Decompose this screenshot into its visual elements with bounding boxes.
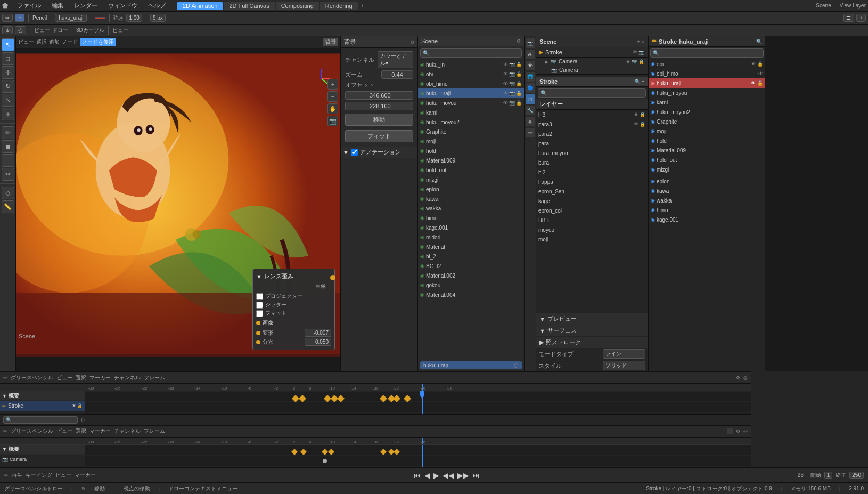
rop-search-icon[interactable]: 🔍 [756, 39, 762, 44]
tab-compositing[interactable]: Compositing [276, 2, 319, 10]
tl1-header-track[interactable]: ▼ 概要 [0, 391, 85, 401]
pb-play-label[interactable]: 再生 [12, 472, 22, 479]
mode-type-dropdown[interactable]: ライン [603, 349, 645, 359]
tl2-tool-label[interactable]: グリースペンシル [11, 427, 53, 435]
scene-obj-moji[interactable]: ◉ moji [418, 136, 524, 146]
rop-lock-icon[interactable]: 🔒 [757, 61, 763, 67]
menu-render[interactable]: レンダー [71, 1, 101, 11]
scene-obj-huku_in[interactable]: ◉ huku_in 👁 📷 🔒 [418, 60, 524, 69]
cut-tool[interactable]: ✂ [2, 168, 14, 181]
tl1-stroke-track[interactable]: ✏ Stroke 👁 🔒 [0, 401, 85, 411]
rp-x-icon[interactable]: × [642, 39, 644, 44]
camera-view-btn[interactable]: 📷 [327, 116, 338, 126]
blend-value[interactable]: 1.00 [126, 14, 142, 22]
menu-window[interactable]: ウィンドウ [105, 1, 141, 11]
scene-obj-gokou[interactable]: ◉ gokou [418, 280, 524, 290]
fit-button[interactable]: フィット [345, 130, 413, 142]
layer-happa[interactable]: happa [536, 177, 648, 187]
stroke-vis-icon[interactable]: 👁 [633, 50, 637, 55]
tl2-camera-track[interactable]: 📷 Camera [0, 455, 85, 465]
rop-mat009[interactable]: ◉ Material.009 [649, 145, 765, 155]
zoom-out-btn[interactable]: − [327, 91, 338, 102]
output-socket[interactable] [330, 275, 335, 280]
pb-view-label[interactable]: ビュー [55, 472, 71, 479]
rop-huku_uraji[interactable]: ◉ huku_uraji 👁 🔒 [649, 78, 765, 88]
layer-epron_sen[interactable]: epron_Sen [536, 187, 648, 196]
render-icon[interactable]: 📷 [509, 81, 515, 86]
jitter-checkbox[interactable] [256, 302, 263, 309]
pb-frame-display[interactable]: 23 [798, 472, 804, 478]
output-props-icon[interactable]: 🖨 [526, 50, 535, 59]
projector-checkbox[interactable] [256, 293, 263, 300]
tl1-filter-icon[interactable]: ⚙ [736, 375, 740, 380]
scene-obj-midori[interactable]: ◉ midori [418, 232, 524, 242]
scene-obj-obi[interactable]: ◉ obi 👁 📷 🔒 [418, 69, 524, 79]
scene-panel-header[interactable]: Scene ⚙ [418, 36, 524, 46]
scene-obj-huku_uraji[interactable]: ◉ huku_uraji 👁 📷 🔒 [418, 88, 524, 98]
l-eye-icon[interactable]: 👁 [634, 122, 638, 127]
color-btn[interactable] [95, 17, 105, 19]
tl1-view-btn[interactable]: ビュー [56, 374, 72, 382]
scene-obj-hold[interactable]: ◉ hold [418, 146, 524, 156]
layer-search-input[interactable] [538, 88, 646, 98]
rop-search-input[interactable] [650, 48, 764, 58]
tl2-onion-icon[interactable]: ◎ [743, 428, 748, 434]
shader-props-icon[interactable]: ◈ [526, 117, 535, 126]
fill-tool[interactable]: ◼ [2, 140, 14, 153]
tl1-frame-btn[interactable]: フレーム [144, 374, 165, 382]
scene-obj-wakka[interactable]: ◉ wakka [418, 204, 524, 213]
pb-keying-label[interactable]: キーイング [26, 472, 52, 479]
rop-eplon[interactable]: ◉ eplon [649, 176, 765, 186]
bg-panel-header[interactable]: 背景 ⚙ [341, 36, 417, 48]
rop-hold_out[interactable]: ◉ hold_out [649, 155, 765, 165]
layer-para[interactable]: para [536, 139, 648, 148]
view-props-icon[interactable]: 👁 [526, 61, 535, 70]
erase-tool[interactable]: ◻ [2, 154, 14, 167]
camera-item[interactable]: ▶ 📷 Camera 👁 📷 🔒 [536, 58, 648, 66]
menu-file[interactable]: ファイル [14, 1, 44, 11]
layer-para3[interactable]: para3 👁 🔒 [536, 119, 648, 129]
tl2-add-btn[interactable]: + [727, 428, 733, 434]
scene-obj-eplon[interactable]: ◉ eplon [418, 184, 524, 194]
collapse-icon[interactable]: ▼ [256, 273, 262, 280]
transform-tool[interactable]: ⊞ [2, 108, 14, 120]
pb-end-value[interactable]: 250 [849, 472, 864, 479]
active-object-selector[interactable]: Eevee huku_uraji ⬡ [420, 361, 522, 369]
sp-plus-icon[interactable]: + [642, 79, 644, 84]
annotation-section[interactable]: ▼ アノテーション [341, 147, 417, 158]
vis-icon[interactable]: 👁 [503, 91, 508, 96]
pb-jump-start-btn[interactable]: ⏮ [414, 471, 421, 480]
draw-mode-btn[interactable]: ✏ [2, 14, 13, 22]
lock-icon[interactable]: 🔒 [516, 62, 522, 67]
rop-kawa[interactable]: ◉ kawa [649, 186, 765, 196]
l-lock-icon[interactable]: 🔒 [640, 122, 645, 127]
scene-obj-graphite[interactable]: ◉ Graphite [418, 127, 524, 136]
rop-wakka[interactable]: ◉ wakka [649, 196, 765, 205]
render-icon[interactable]: 📷 [509, 71, 515, 77]
rop-mizgi[interactable]: ◉ mizgi [649, 165, 765, 174]
tl1-marker-btn[interactable]: マーカー [89, 374, 111, 382]
dispersion-socket[interactable] [256, 340, 260, 344]
greasepencil-mode-btn[interactable]: ○ [15, 14, 24, 22]
world-props-icon[interactable]: 🔵 [526, 83, 535, 93]
tl-filter-btn[interactable]: ⟨⟩ [81, 417, 85, 423]
rop-huku_moyou[interactable]: ◉ huku_moyou [649, 88, 765, 98]
draw-tool[interactable]: ✏ [2, 126, 14, 139]
obj-props-icon[interactable]: ◻ [526, 94, 535, 104]
style-dropdown[interactable]: ソリッド [603, 361, 645, 370]
layer-kage[interactable]: kage [536, 196, 648, 206]
preview-header[interactable]: ▼ プレビュー [536, 313, 648, 325]
rop-moji[interactable]: ◉ moji [649, 126, 765, 136]
render-icon[interactable]: 📷 [509, 91, 515, 96]
rop-eye-icon[interactable]: 👁 [751, 61, 756, 67]
viewport[interactable]: ビュー 選択 追加 ノード ノードを使用 背景 ▼ レンズ歪み 画像 [16, 36, 341, 371]
tl1-onion-icon[interactable]: ◎ [743, 375, 748, 380]
rop-eye-icon2[interactable]: 👁 [758, 71, 763, 76]
node-use-label[interactable]: ノードを使用 [80, 38, 116, 46]
scene-selector[interactable]: Scene [816, 3, 831, 9]
image-socket[interactable] [256, 321, 260, 325]
node-mode-label[interactable]: ノード [62, 38, 78, 46]
tl1-collapse-icon[interactable]: ▼ [2, 393, 7, 399]
transform-value[interactable]: -0.007 [305, 329, 331, 337]
pb-marker-label[interactable]: マーカー [75, 472, 96, 479]
